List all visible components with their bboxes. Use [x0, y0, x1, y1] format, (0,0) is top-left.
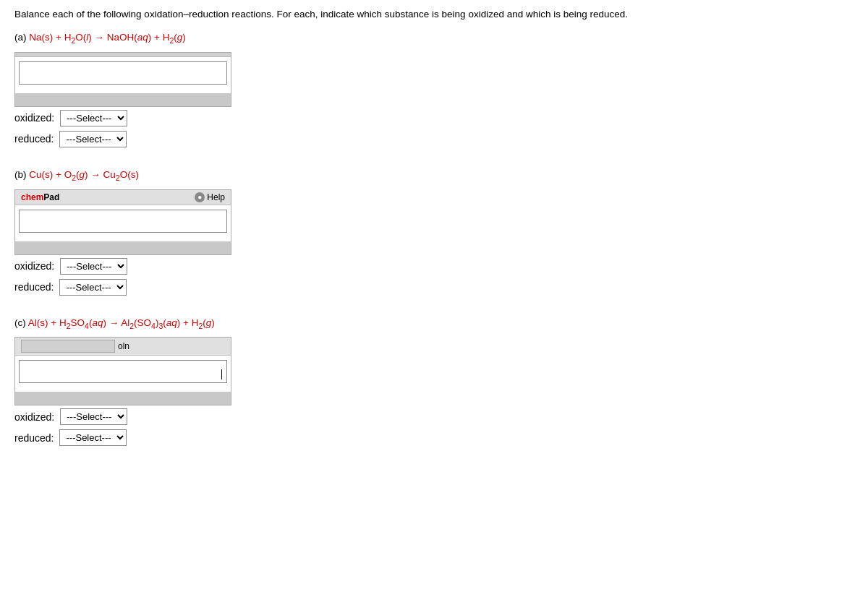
instructions-text: Balance each of the following oxidation–…	[14, 7, 854, 22]
cursor-c	[221, 369, 223, 379]
chempad-input-partial-c[interactable]	[21, 340, 115, 353]
reaction-block-b: (b) Cu(s) + O2(g) → Cu2O(s) chemPad ● He…	[14, 169, 854, 296]
help-label-b: Help	[207, 192, 225, 202]
reaction-prefix-c: (c)	[14, 317, 28, 328]
reaction-label-a: (a) Na(s) + H2O(l) → NaOH(aq) + H2(g)	[14, 32, 854, 45]
reaction-prefix-a: (a)	[14, 32, 29, 43]
partial-label-c: oln	[118, 341, 129, 351]
oxidized-row-b: oxidized: ---Select---	[14, 258, 854, 275]
chempad-area-c: oln	[14, 337, 231, 405]
chempad-input-b[interactable]	[15, 205, 231, 241]
help-button-b[interactable]: ● Help	[195, 192, 225, 202]
chempad-input-a[interactable]	[15, 57, 231, 93]
reaction-label-c: (c) Al(s) + H2SO4(aq) → Al2(SO4)3(aq) + …	[14, 317, 854, 330]
oxidized-row-c: oxidized: ---Select---	[14, 408, 854, 425]
reaction-equation-a: Na(s) + H2O(l) → NaOH(aq) + H2(g)	[29, 32, 186, 43]
reaction-block-c: (c) Al(s) + H2SO4(aq) → Al2(SO4)3(aq) + …	[14, 317, 854, 447]
oxidized-label-a: oxidized:	[14, 112, 54, 124]
chempad-label-b: chemPad	[21, 192, 59, 202]
oxidized-label-c: oxidized:	[14, 411, 54, 423]
reduced-row-c: reduced: ---Select---	[14, 429, 854, 446]
reduced-label-a: reduced:	[14, 133, 54, 145]
oxidized-label-b: oxidized:	[14, 260, 54, 272]
chempad-toolbar-b: chemPad ● Help	[15, 190, 231, 205]
reduced-select-c[interactable]: ---Select---	[59, 429, 127, 446]
reaction-label-b: (b) Cu(s) + O2(g) → Cu2O(s)	[14, 169, 854, 182]
chempad-toolbar-c: oln	[15, 338, 231, 356]
reaction-equation-b: Cu(s) + O2(g) → Cu2O(s)	[29, 169, 139, 180]
chempad-area-b: chemPad ● Help	[14, 189, 231, 255]
reduced-label-c: reduced:	[14, 432, 54, 444]
chempad-textbox-b[interactable]	[19, 210, 227, 233]
reduced-row-b: reduced: ---Select---	[14, 279, 854, 296]
oxidized-select-c[interactable]: ---Select---	[60, 408, 127, 425]
chempad-graybar-a	[15, 93, 231, 106]
reduced-row-a: reduced: ---Select---	[14, 131, 854, 147]
reduced-label-b: reduced:	[14, 281, 54, 293]
chempad-textbox-c[interactable]	[19, 360, 227, 383]
oxidized-row-a: oxidized: ---Select---	[14, 110, 854, 126]
help-icon-b: ●	[195, 192, 205, 202]
reaction-block-a: (a) Na(s) + H2O(l) → NaOH(aq) + H2(g) ox…	[14, 32, 854, 147]
chempad-graybar-c	[15, 392, 231, 405]
chempad-input-c[interactable]	[15, 356, 231, 392]
chempad-area-a	[14, 52, 231, 107]
oxidized-select-b[interactable]: ---Select---	[60, 258, 127, 275]
chempad-graybar-b	[15, 241, 231, 254]
chempad-textbox-a[interactable]	[19, 61, 227, 85]
reaction-prefix-b: (b)	[14, 169, 29, 180]
reduced-select-b[interactable]: ---Select---	[59, 279, 127, 296]
oxidized-select-a[interactable]: ---Select---	[60, 110, 127, 126]
reaction-equation-c: Al(s) + H2SO4(aq) → Al2(SO4)3(aq) + H2(g…	[28, 317, 215, 328]
reduced-select-a[interactable]: ---Select---	[59, 131, 127, 147]
